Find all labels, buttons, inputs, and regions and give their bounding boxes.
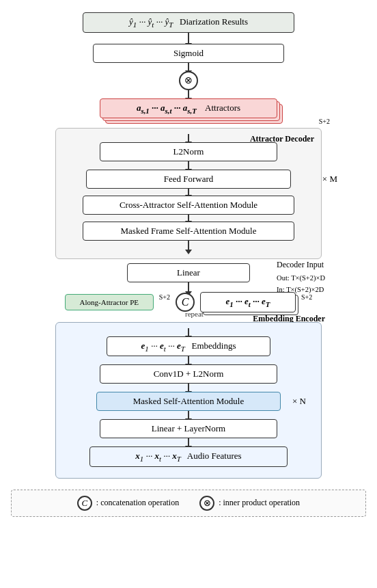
concat-op: C — [176, 293, 195, 312]
arrow-layernorm-audio — [188, 438, 189, 446]
embeddings-box: e1 ··· et ··· eT Embeddings — [107, 336, 270, 357]
legend-concat-circle: C — [77, 496, 92, 511]
l2norm-top-label: L2Norm — [173, 146, 204, 157]
legend-inner: ⊗ : inner product operation — [199, 496, 300, 511]
legend-inner-circle: ⊗ — [199, 496, 214, 511]
arrow-linear-concat — [188, 282, 189, 292]
feed-forward-label: Feed Forward — [164, 174, 214, 184]
sigmoid-label: Sigmoid — [173, 48, 204, 58]
arrow-embed-conv — [188, 356, 189, 364]
embed-seq-box: e1 ··· et ··· eT — [200, 292, 296, 312]
linear-layernorm-box: Linear + LayerNorm — [100, 419, 277, 438]
times-n-label: × N — [292, 396, 306, 407]
times-m-label: × M — [322, 174, 337, 185]
conv1d-label: Conv1D + L2Norm — [154, 369, 224, 379]
l2norm-top-box: L2Norm — [100, 142, 277, 161]
s2-label-pe: S+2 — [159, 293, 170, 301]
arrow-ff-cross — [188, 189, 189, 196]
along-pe-box: Along-Attractor PE — [65, 294, 154, 310]
arrow-op-attractors — [188, 90, 189, 98]
result-text: ŷ1 ··· ŷt ··· ŷT ŷ₁ ··· ŷₜ ··· ŷ_T Diari… — [129, 16, 248, 27]
masked-frame-box: Masked Frame Self-Attention Module — [83, 222, 294, 241]
attractors-box: as,1 ··· as,t ··· as,T Attractors — [100, 98, 277, 119]
attractors-stacked: as,1 ··· as,t ··· as,T Attractors — [100, 98, 277, 119]
audio-features-box: x1 ··· xt ··· xT Audio Features — [89, 446, 288, 467]
arrow-l2norm-ff — [188, 161, 189, 170]
embedding-encoder-section: e1 ··· et ··· eT Embeddings Conv1D + L2N… — [55, 322, 322, 479]
conv1d-box: Conv1D + L2Norm — [100, 364, 277, 384]
inner-product-symbol: ⊗ — [184, 75, 193, 86]
linear-layernorm-label: Linear + LayerNorm — [152, 423, 225, 433]
legend-inner-text: : inner product operation — [219, 498, 300, 508]
embed-stack-container: e1 ··· et ··· eT — [200, 292, 296, 312]
decoder-input-area: Decoder Input Out: T×(S+2)×D In: T×(S+2)… — [52, 259, 325, 319]
linear-decoder-label: Linear — [177, 267, 200, 278]
arrow-masked-linear — [188, 241, 189, 250]
inner-product-op: ⊗ — [179, 71, 198, 90]
arrow-result-sigmoid — [188, 33, 189, 44]
result-box: ŷ1 ··· ŷt ··· ŷT ŷ₁ ··· ŷₜ ··· ŷ_T Diari… — [83, 12, 294, 33]
legend-concat-text: : concatenation operation — [96, 498, 179, 508]
architecture-diagram: ŷ1 ··· ŷt ··· ŷT ŷ₁ ··· ŷₜ ··· ŷ_T Diari… — [8, 7, 369, 517]
masked-frame-label: Masked Frame Self-Attention Module — [121, 226, 257, 236]
arrow-masked-linear-layer — [188, 411, 189, 419]
masked-self-attn-box: Masked Self-Attention Module — [96, 392, 281, 411]
feed-forward-box: Feed Forward — [86, 170, 291, 189]
along-pe-label: Along-Attractor PE — [80, 298, 139, 306]
embeddings-row: e1 ··· et ··· eT Embeddings — [64, 336, 313, 357]
arrow-sigmoid-op — [188, 63, 189, 71]
concat-symbol: C — [182, 296, 189, 308]
legend-box: C : concatenation operation ⊗ : inner pr… — [11, 490, 366, 517]
audio-features-text: x1 ··· xt ··· xT — [135, 451, 183, 461]
attractors-text: as,1 ··· as,t ··· as,T — [137, 103, 199, 113]
arrow-cross-masked — [188, 215, 189, 222]
sigmoid-box: Sigmoid — [93, 44, 284, 63]
s2-label-embed: S+2 — [301, 293, 312, 301]
arrow-embed-box — [188, 328, 189, 336]
cross-attention-box: Cross-Attractor Self-Attention Module — [83, 196, 294, 215]
legend-concat: C : concatenation operation — [77, 496, 179, 511]
arrow-attract-l2norm — [188, 134, 189, 142]
cross-attention-label: Cross-Attractor Self-Attention Module — [120, 200, 257, 210]
attractor-decoder-section: Attractor Decoder L2Norm Feed Forward × … — [55, 128, 322, 259]
masked-self-attn-label: Masked Self-Attention Module — [133, 396, 244, 406]
embeddings-text: e1 ··· et ··· eT — [141, 340, 187, 351]
embed-seq-text: e1 ··· et ··· eT — [226, 296, 270, 306]
arrow-conv-masked — [188, 384, 189, 392]
s2-label-attractors: S+2 — [319, 118, 330, 125]
linear-decoder-box: Linear — [127, 263, 250, 282]
